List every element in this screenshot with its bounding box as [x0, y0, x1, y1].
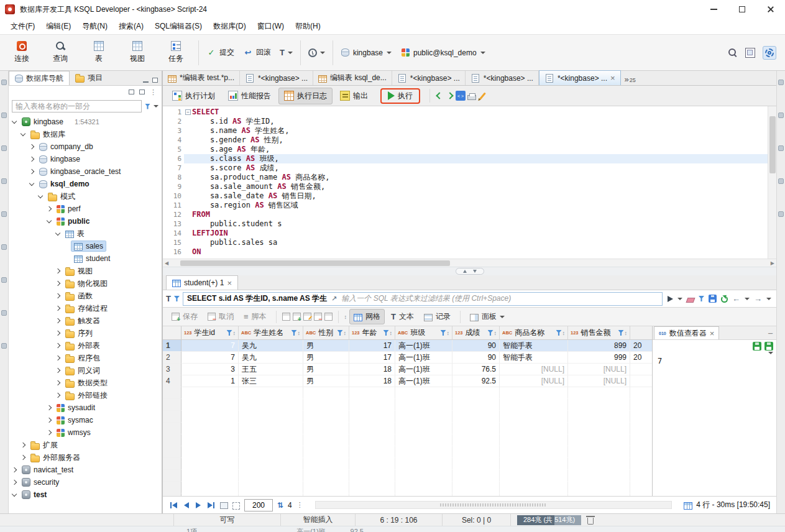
active-perspective-button[interactable]	[763, 46, 776, 60]
cell-score[interactable]: 92.5	[452, 375, 500, 387]
chevron-down-icon[interactable]	[766, 298, 771, 300]
chevron-collapsed-icon[interactable]	[55, 318, 60, 323]
save-button[interactable]: 保存	[168, 310, 201, 324]
chevron-collapsed-icon[interactable]	[55, 368, 60, 373]
cell-product-name[interactable]: 智能手表	[500, 340, 568, 352]
scroll-right-icon[interactable]: ▶	[769, 260, 776, 266]
chevron-collapsed-icon[interactable]	[55, 281, 60, 286]
code-text[interactable]: sa.sale_amount AS 销售金额,	[192, 182, 768, 191]
chevron-collapsed-icon[interactable]	[55, 355, 60, 360]
chevron-expanded-icon[interactable]	[21, 131, 25, 135]
code-text[interactable]: s.score AS 成绩,	[192, 163, 768, 173]
tree-item-datatypes-folder[interactable]: 数据类型	[9, 377, 162, 389]
clear-filter-icon[interactable]	[686, 298, 695, 303]
column-filter-sort[interactable]	[618, 330, 628, 336]
menu-item-5[interactable]: SQL编辑器(S)	[149, 19, 208, 34]
save-value-as-icon[interactable]	[764, 342, 773, 351]
chevron-down-icon[interactable]	[677, 298, 682, 300]
execute-button[interactable]: 执行	[380, 88, 420, 104]
tree-item-functions-folder[interactable]: 函数	[9, 290, 162, 302]
minimized-view-icon[interactable]	[778, 211, 784, 217]
sidebar-tab-database-navigator[interactable]: 数据库导航	[9, 71, 70, 85]
column-header-sale-amount[interactable]: 123销售金额	[568, 326, 630, 339]
menu-item-1[interactable]: 文件(F)	[5, 19, 40, 34]
editor-tab-script-24[interactable]: *<kingbase> ...	[539, 70, 621, 85]
scroll-left-icon[interactable]: ◀	[163, 260, 170, 266]
query-history-button[interactable]	[304, 46, 329, 60]
minimize-panel-icon[interactable]	[143, 81, 149, 83]
chevron-down-icon[interactable]	[745, 298, 750, 300]
fetch-page-icon[interactable]	[220, 502, 228, 509]
cell-gender[interactable]: 男	[303, 340, 349, 352]
close-panel-icon[interactable]	[710, 329, 715, 338]
menu-item-7[interactable]: 窗口(W)	[252, 19, 290, 34]
row-number[interactable]: 1	[163, 340, 181, 352]
tree-item-public-schema[interactable]: public	[9, 215, 162, 227]
menu-item-4[interactable]: 搜索(A)	[113, 19, 149, 34]
column-filter-sort[interactable]	[556, 330, 566, 336]
close-button[interactable]	[756, 0, 785, 19]
cell-student-id[interactable]: 7	[181, 352, 239, 364]
tree-item-sysaudit-schema[interactable]: sysaudit	[9, 401, 162, 414]
column-header-sale-date[interactable]	[630, 326, 652, 339]
tree-item-sales-table[interactable]: sales	[9, 240, 162, 252]
menu-item-6[interactable]: 数据库(D)	[208, 19, 252, 34]
commit-button[interactable]: 提交	[202, 45, 239, 60]
chevron-collapsed-icon[interactable]	[29, 144, 34, 149]
editor-tab-script-a[interactable]: *<kingbase> ...	[240, 71, 313, 85]
tab-overflow-button[interactable]: 25	[621, 73, 640, 85]
results-tab-student[interactable]: student(+) 1	[166, 275, 238, 290]
perspective-icon[interactable]	[745, 48, 755, 58]
minimized-view-icon[interactable]	[1, 145, 7, 151]
filter-funnel-icon[interactable]	[145, 104, 150, 109]
minimize-panel-icon[interactable]	[768, 330, 776, 339]
task-button[interactable]: 任务	[157, 35, 195, 70]
column-header-age[interactable]: 123年龄	[349, 326, 395, 339]
cell-student-id[interactable]: 1	[181, 375, 239, 387]
close-tab-icon[interactable]	[610, 73, 615, 83]
cell-gender[interactable]: 男	[303, 352, 349, 364]
rollback-button[interactable]: 回滚	[239, 45, 275, 60]
scrollbar-thumb[interactable]	[180, 260, 450, 266]
code-text[interactable]: s.age AS 年龄,	[192, 145, 768, 154]
minimized-view-icon[interactable]	[778, 178, 784, 184]
add-row-icon[interactable]	[293, 313, 301, 321]
column-filter-sort[interactable]	[292, 330, 301, 336]
code-text[interactable]: LEFT JOIN	[192, 229, 768, 238]
apply-filter-icon[interactable]	[668, 296, 673, 302]
chevron-collapsed-icon[interactable]	[12, 467, 17, 472]
cell-age[interactable]: 17	[349, 340, 395, 352]
cell-score[interactable]: 76.5	[452, 364, 500, 375]
fetch-next-icon[interactable]	[277, 501, 283, 510]
collapse-up-icon[interactable]	[463, 270, 467, 273]
navigate-back-icon[interactable]	[434, 91, 443, 100]
execution-log-button[interactable]: 执行日志	[278, 88, 333, 104]
chevron-expanded-icon[interactable]	[47, 218, 52, 222]
cell-sale-amount[interactable]: [NULL]	[568, 375, 630, 387]
cell-sale-date[interactable]: 20	[630, 352, 652, 364]
tree-item-sysmac-schema[interactable]: sysmac	[9, 414, 162, 426]
cell-sale-date[interactable]	[630, 375, 652, 387]
chevron-collapsed-icon[interactable]	[47, 418, 52, 423]
more-options-icon[interactable]	[296, 501, 303, 509]
chevron-expanded-icon[interactable]	[55, 230, 60, 235]
chevron-expanded-icon[interactable]	[12, 118, 17, 123]
column-header-student-id[interactable]: 123学生id	[181, 326, 239, 339]
row-number[interactable]: 4	[163, 375, 181, 387]
code-text[interactable]: s.class AS 班级,	[192, 154, 768, 163]
performance-report-button[interactable]: 性能报告	[223, 88, 277, 104]
cell-class[interactable]: 高一(1)班	[395, 364, 452, 375]
cell-student-name[interactable]: 吴九	[239, 340, 303, 352]
view-button[interactable]: 视图	[118, 35, 157, 70]
history-back-icon[interactable]	[732, 294, 740, 303]
rename-icon[interactable]	[479, 92, 486, 99]
tree-item-tables-folder[interactable]: 表	[9, 227, 162, 240]
tree-item-schemas-folder[interactable]: 模式	[9, 190, 162, 203]
edit-cell-icon[interactable]	[282, 313, 290, 321]
minimized-view-icon[interactable]	[778, 80, 784, 85]
minimize-button[interactable]	[699, 0, 728, 19]
cell-score[interactable]: 90	[452, 340, 500, 352]
fetch-all-icon[interactable]	[232, 502, 240, 510]
code-text[interactable]: public.student s	[192, 219, 768, 229]
sql-code-area[interactable]: 1−SELECT2 s.id AS 学生ID,3 s.name AS 学生姓名,…	[163, 106, 768, 259]
